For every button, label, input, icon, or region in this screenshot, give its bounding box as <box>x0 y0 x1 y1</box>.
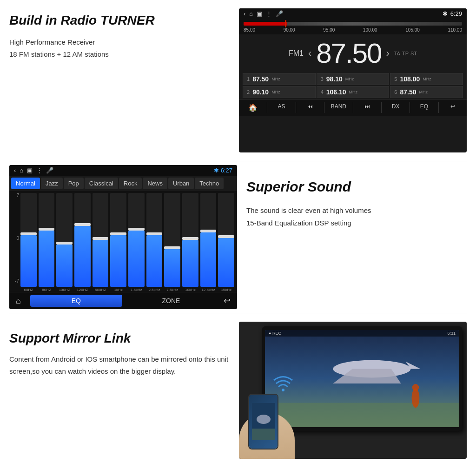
eq-bottom-back-button[interactable]: ↩ <box>217 296 237 306</box>
radio-back-button[interactable]: ↩ <box>439 102 467 113</box>
eq-bar-handle-4[interactable] <box>93 237 109 240</box>
band-label: FM1 <box>289 49 304 58</box>
eq-mode-news[interactable]: News <box>143 178 167 189</box>
eq-bar-12.5kHz[interactable]: 12.5kHz <box>200 193 217 292</box>
preset-5[interactable]: 5 108.00 MHz <box>390 73 463 85</box>
radio-home-button[interactable]: 🏠 <box>239 102 267 113</box>
eq-bar-fill-7 <box>146 235 163 287</box>
eq-bar-track-6 <box>128 193 145 287</box>
eq-bar-handle-9[interactable] <box>182 237 198 240</box>
eq-bar-label-8: 7.5kHz <box>166 288 178 292</box>
eq-bar-handle-10[interactable] <box>200 230 217 232</box>
sound-desc-line1: The sound is clear even at high volumes <box>246 204 467 217</box>
tuner-slider-area[interactable]: 85.00 90.00 95.00 100.00 105.00 110.00 <box>239 19 467 34</box>
eq-bar-2.5kHz[interactable]: 2.5kHz <box>146 193 163 292</box>
eq-bar-handle-5[interactable] <box>110 232 126 235</box>
preset-4[interactable]: 4 106.10 MHz <box>317 86 390 98</box>
mirror-section: Support Mirror Link Content from Android… <box>0 317 476 459</box>
eq-bar-10kHz[interactable]: 10kHz <box>182 193 198 292</box>
mirror-desc: Content from Android or IOS smartphone c… <box>9 353 230 378</box>
eq-mode-pop[interactable]: Pop <box>64 178 84 189</box>
eq-bar-120HZ[interactable]: 120HZ <box>74 193 91 292</box>
eq-bar-7.5kHz[interactable]: 7.5kHz <box>164 193 180 292</box>
eq-bottom-home-button[interactable]: ⌂ <box>9 296 27 306</box>
eq-bar-15kHz[interactable]: 15kHz <box>218 193 234 292</box>
tuner-needle <box>285 20 286 27</box>
eq-mode-urban[interactable]: Urban <box>168 178 194 189</box>
eq-bar-handle-8[interactable] <box>164 246 180 249</box>
eq-mode-classical[interactable]: Classical <box>85 178 118 189</box>
eq-bar-label-3: 120HZ <box>77 288 88 292</box>
eq-bar-80HZ[interactable]: 80HZ <box>39 193 55 292</box>
eq-bar-500HZ[interactable]: 500HZ <box>93 193 109 292</box>
eq-bar-100HZ[interactable]: 100HZ <box>56 193 73 292</box>
eq-bar-track-7 <box>146 193 163 287</box>
radio-eq-button[interactable]: EQ <box>410 102 438 113</box>
eq-bars-area: 7 0 -7 60HZ80HZ100HZ120HZ500HZ1kHz1.5kHz… <box>9 191 237 292</box>
home-icon[interactable]: ⌂ <box>249 10 253 17</box>
eq-bar-handle-1[interactable] <box>39 228 55 231</box>
freq-right-arrow[interactable]: › <box>386 47 389 60</box>
eq-bar-handle-7[interactable] <box>146 232 163 235</box>
eq-bar-60HZ[interactable]: 60HZ <box>20 193 37 292</box>
eq-bar-fill-8 <box>164 249 180 287</box>
freq-display: FM1 ‹ 87.50 › TA TP ST <box>239 34 467 72</box>
freq-left-arrow[interactable]: ‹ <box>308 47 311 60</box>
radio-bottom-bar: 🏠 AS ⏮ BAND ⏭ DX EQ ↩ <box>239 99 467 116</box>
ta-labels: TA TP ST <box>394 51 417 56</box>
eq-bar-handle-0[interactable] <box>20 232 37 235</box>
eq-mode-jazz[interactable]: Jazz <box>41 178 63 189</box>
freq-number: 87.50 <box>316 37 381 69</box>
eq-bar-track-4 <box>93 193 109 287</box>
eq-bar-1.5kHz[interactable]: 1.5kHz <box>128 193 145 292</box>
eq-time: 6:27 <box>221 167 232 174</box>
eq-bar-handle-2[interactable] <box>56 242 73 245</box>
eq-status-icons: ‹ ⌂ ▣ ⋮ 🎤 <box>14 167 53 174</box>
eq-mode-normal[interactable]: Normal <box>11 178 40 189</box>
eq-y-labels: 7 0 -7 <box>12 193 20 292</box>
eq-bar-1kHz[interactable]: 1kHz <box>110 193 126 292</box>
radio-band-button[interactable]: BAND <box>324 102 353 113</box>
radio-section: Build in Radio TURNER High Performance R… <box>0 0 476 157</box>
radio-title: Build in Radio TURNER <box>9 13 230 28</box>
back-icon[interactable]: ‹ <box>244 10 245 17</box>
eq-home-icon[interactable]: ⌂ <box>20 167 23 174</box>
eq-windows-icon[interactable]: ▣ <box>27 167 33 174</box>
eq-bar-track-10 <box>200 193 217 287</box>
eq-bar-track-8 <box>164 193 180 287</box>
mic-icon[interactable]: 🎤 <box>276 10 283 17</box>
eq-mode-techno[interactable]: Techno <box>195 178 224 189</box>
tuner-track-red <box>244 22 287 26</box>
radio-next-button[interactable]: ⏭ <box>353 102 382 113</box>
eq-bar-handle-6[interactable] <box>128 228 145 231</box>
windows-icon[interactable]: ▣ <box>257 10 262 17</box>
radio-dx-button[interactable]: DX <box>382 102 410 113</box>
eq-mic-icon[interactable]: 🎤 <box>46 167 53 174</box>
eq-bar-label-9: 10kHz <box>185 288 196 292</box>
eq-bottom-zone-button[interactable]: ZONE <box>125 297 217 304</box>
eq-bar-handle-11[interactable] <box>218 235 234 238</box>
car-screen-statusbar: ● REC 6:31 <box>265 330 459 337</box>
preset-1[interactable]: 1 87.50 MHz <box>243 73 316 85</box>
eq-bottom-eq-button[interactable]: EQ <box>30 295 122 307</box>
preset-2[interactable]: 2 90.10 MHz <box>243 86 316 98</box>
tuner-track[interactable] <box>244 22 462 26</box>
tuner-labels: 85.00 90.00 95.00 100.00 105.00 110.00 <box>244 27 462 33</box>
preset-3[interactable]: 3 98.10 MHz <box>317 73 390 85</box>
radio-prev-button[interactable]: ⏮ <box>296 102 324 113</box>
radio-desc-line2: 18 FM stations + 12 AM stations <box>9 48 230 60</box>
mirror-text-column: Support Mirror Link Content from Android… <box>9 322 230 459</box>
preset-6[interactable]: 6 87.50 MHz <box>390 86 463 98</box>
radio-text-column: Build in Radio TURNER High Performance R… <box>9 8 230 152</box>
radio-as-button[interactable]: AS <box>267 102 296 113</box>
eq-back-icon[interactable]: ‹ <box>14 167 16 174</box>
eq-bar-fill-0 <box>20 235 37 287</box>
radio-status-icons: ‹ ⌂ ▣ ⋮ 🎤 <box>244 10 283 17</box>
eq-bar-handle-3[interactable] <box>74 223 91 226</box>
menu-icon[interactable]: ⋮ <box>266 10 272 17</box>
eq-mode-rock[interactable]: Rock <box>119 178 142 189</box>
svg-point-5 <box>412 388 420 408</box>
eq-menu-icon[interactable]: ⋮ <box>36 167 42 174</box>
eq-bar-fill-5 <box>110 235 126 287</box>
svg-point-9 <box>257 415 271 424</box>
